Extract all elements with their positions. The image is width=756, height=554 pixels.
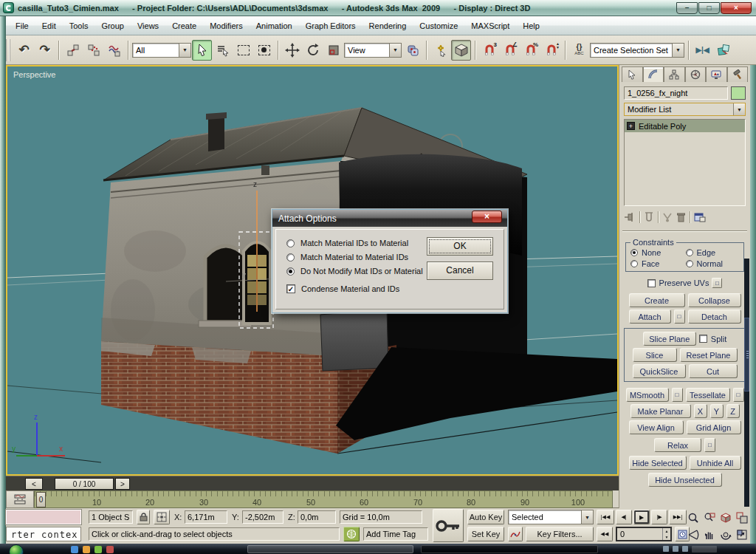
quicklaunch-icon[interactable] <box>71 546 78 553</box>
minimize-button[interactable]: – <box>676 2 698 14</box>
tab-modify[interactable] <box>643 66 664 82</box>
condense-material-checkbox-row[interactable]: ✓ Condense Material and IDs <box>286 284 496 293</box>
edit-named-selection-sets-icon[interactable]: {} ABC <box>569 40 589 61</box>
tab-motion[interactable] <box>685 66 707 82</box>
maxscript-listener-bottom[interactable]: rter contex <box>6 527 81 541</box>
unlink-selection-icon[interactable] <box>83 40 103 61</box>
key-filters-button[interactable]: Key Filters... <box>526 527 594 541</box>
quicklaunch-icon[interactable] <box>106 546 114 553</box>
cancel-button[interactable]: Cancel <box>427 261 493 280</box>
constraint-edge[interactable]: Edge <box>686 248 741 257</box>
select-and-rotate-icon[interactable] <box>303 40 323 61</box>
maxscript-listener-top[interactable] <box>6 510 81 524</box>
mirror-icon[interactable]: ▶|◀ <box>693 40 712 61</box>
remove-modifier-icon[interactable] <box>676 212 686 222</box>
panel-scrollbar-thumb[interactable] <box>744 318 749 391</box>
dropdown-arrow-icon[interactable]: ▼ <box>389 44 401 57</box>
create-button[interactable]: Create <box>629 293 685 307</box>
tessellate-button[interactable]: Tessellate <box>686 388 730 402</box>
undo-icon[interactable]: ↶ <box>14 40 34 61</box>
select-object-icon[interactable] <box>192 40 212 61</box>
menu-file[interactable]: File <box>9 18 35 33</box>
constraint-normal[interactable]: Normal <box>686 259 741 268</box>
dropdown-arrow-icon[interactable]: ▼ <box>672 44 684 57</box>
y-coordinate-field[interactable]: -2,502m <box>242 510 284 524</box>
tab-display[interactable] <box>706 66 727 82</box>
menu-maxscript[interactable]: MAXScript <box>464 18 516 33</box>
attach-button[interactable]: Attach <box>629 310 671 324</box>
split-checkbox[interactable]: Split <box>699 335 726 343</box>
attach-options-dialog[interactable]: Attach Options × Match Material IDs to M… <box>272 209 508 313</box>
field-of-view-icon[interactable] <box>685 527 701 543</box>
zoom-all-icon[interactable] <box>701 510 717 526</box>
menu-customize[interactable]: Customize <box>413 18 464 33</box>
keyboard-override-toggle-icon[interactable] <box>451 40 471 61</box>
add-time-tag-field[interactable]: Add Time Tag <box>363 527 428 541</box>
radio-icon[interactable] <box>286 253 295 261</box>
rectangular-selection-region-icon[interactable] <box>233 40 253 61</box>
angle-snap-toggle-icon[interactable]: ∠ <box>500 40 520 61</box>
dialog-close-icon[interactable]: × <box>472 211 502 223</box>
timeline-thumb[interactable]: 0 <box>36 492 46 507</box>
cut-button[interactable]: Cut <box>689 364 738 378</box>
selection-filter-dropdown[interactable]: All ▼ <box>132 43 191 58</box>
hide-unselected-button[interactable]: Hide Unselected <box>648 473 722 487</box>
zoom-extents-icon[interactable] <box>718 510 733 526</box>
bind-to-space-warp-icon[interactable] <box>104 40 124 61</box>
radio-icon-selected[interactable] <box>286 267 295 276</box>
show-end-result-icon[interactable] <box>644 212 654 222</box>
hide-selected-button[interactable]: Hide Selected <box>629 456 687 470</box>
menu-animation[interactable]: Animation <box>250 18 299 33</box>
percent-snap-toggle-icon[interactable]: % <box>520 40 540 61</box>
preserve-uvs-checkbox[interactable]: Preserve UVs <box>647 278 709 287</box>
communication-center-icon[interactable] <box>343 527 360 541</box>
menu-graph-editors[interactable]: Graph Editors <box>299 18 362 33</box>
align-icon[interactable] <box>713 40 733 61</box>
checkbox-icon-checked[interactable]: ✓ <box>286 284 295 293</box>
panel-scrollbar[interactable] <box>744 259 749 507</box>
menu-group[interactable]: Group <box>94 18 131 33</box>
modifier-stack[interactable]: + Editable Poly <box>624 119 746 206</box>
named-selection-set-dropdown[interactable]: Create Selection Set ▼ <box>590 43 684 58</box>
collapse-button[interactable]: Collapse <box>688 293 741 307</box>
set-key-button[interactable]: Set Key <box>467 527 504 541</box>
reference-coordsys-dropdown[interactable]: View ▼ <box>344 43 402 58</box>
play-animation-icon[interactable]: ▶ <box>633 510 650 524</box>
use-pivot-point-icon[interactable] <box>402 40 422 61</box>
object-color-swatch[interactable] <box>731 86 746 100</box>
menu-help[interactable]: Help <box>516 18 546 33</box>
prev-frame-arrow[interactable]: < <box>25 478 43 490</box>
slice-plane-button[interactable]: Slice Plane <box>643 332 696 346</box>
menu-tools[interactable]: Tools <box>63 18 95 33</box>
go-to-end-icon[interactable]: ▶▶| <box>669 510 687 524</box>
menu-modifiers[interactable]: Modifiers <box>203 18 250 33</box>
relax-settings-icon[interactable]: □ <box>704 438 715 452</box>
arc-rotate-icon[interactable] <box>718 527 733 543</box>
constraint-none[interactable]: None <box>630 248 686 257</box>
pan-hand-icon[interactable] <box>701 527 717 543</box>
next-frame-icon[interactable]: |▶ <box>651 510 667 524</box>
modifier-list-dropdown[interactable]: Modifier List ▼ <box>624 103 746 116</box>
expand-icon[interactable]: + <box>627 122 635 130</box>
redo-icon[interactable]: ↷ <box>35 40 55 61</box>
start-button[interactable] <box>9 544 24 554</box>
spinner-snap-toggle-icon[interactable]: ▲▼ <box>541 40 561 61</box>
mini-curve-editor-icon[interactable] <box>6 490 34 508</box>
slice-button[interactable]: Slice <box>633 348 677 362</box>
msmooth-button[interactable]: MSmooth <box>626 388 669 402</box>
select-and-move-icon[interactable] <box>282 40 302 61</box>
tab-create[interactable] <box>622 66 643 82</box>
planar-x-button[interactable]: X <box>694 404 707 418</box>
menu-create[interactable]: Create <box>165 18 203 33</box>
object-name-field[interactable]: 1_0256_fx_night <box>624 86 728 100</box>
menu-rendering[interactable]: Rendering <box>362 18 413 33</box>
current-frame-spinner[interactable]: 0 ▲▼ <box>616 527 672 541</box>
time-slider-button[interactable]: 0 / 100 <box>55 478 114 490</box>
viewport-label[interactable]: Perspective <box>13 70 55 79</box>
unhide-all-button[interactable]: Unhide All <box>690 456 741 470</box>
select-and-link-icon[interactable] <box>63 40 83 61</box>
menu-edit[interactable]: Edit <box>35 18 63 33</box>
dropdown-arrow-icon[interactable]: ▼ <box>733 103 745 115</box>
relax-button[interactable]: Relax <box>654 438 701 452</box>
detach-button[interactable]: Detach <box>688 310 741 324</box>
